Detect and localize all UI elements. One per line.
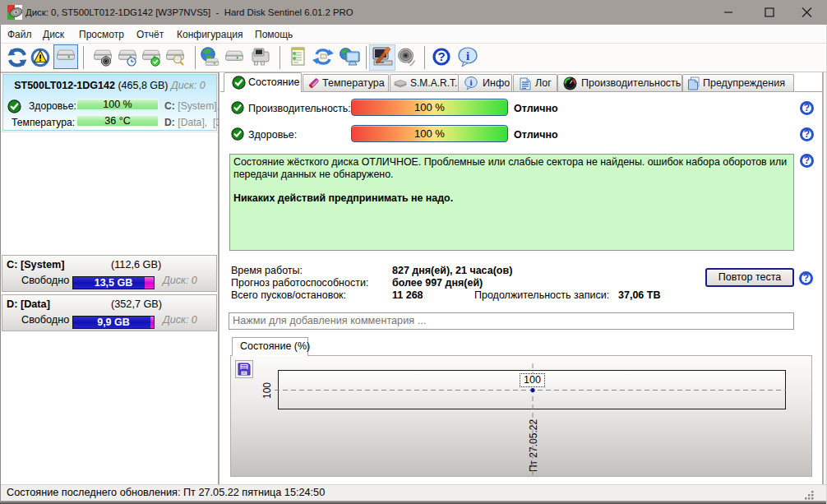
svg-text:?: ?: [437, 49, 445, 63]
svg-text:i: i: [466, 49, 469, 62]
svg-text:i: i: [469, 77, 472, 87]
